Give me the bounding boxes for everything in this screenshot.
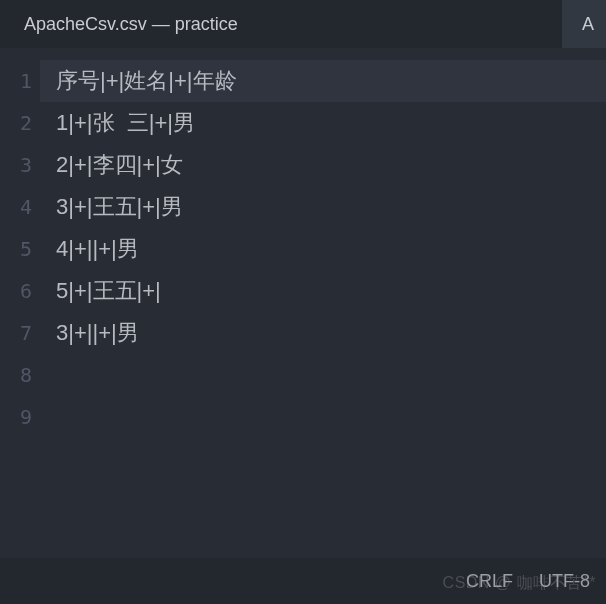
status-encoding[interactable]: UTF-8 — [539, 571, 590, 592]
code-line[interactable]: 3|+||+|男 — [40, 312, 606, 354]
tab-inactive[interactable]: A — [562, 0, 606, 48]
code-line[interactable]: 2|+|李四|+|女 — [40, 144, 606, 186]
code-line[interactable]: 1|+|张 三|+|男 — [40, 102, 606, 144]
line-number: 5 — [0, 228, 40, 270]
line-number: 7 — [0, 312, 40, 354]
line-number: 9 — [0, 396, 40, 438]
code-line[interactable] — [40, 396, 606, 438]
code-line[interactable]: 5|+|王五|+| — [40, 270, 606, 312]
line-number: 4 — [0, 186, 40, 228]
status-bar: CRLF UTF-8 — [0, 558, 606, 604]
editor-area: 123456789 序号|+|姓名|+|年龄1|+|张 三|+|男2|+|李四|… — [0, 48, 606, 558]
line-number: 1 — [0, 60, 40, 102]
line-number: 2 — [0, 102, 40, 144]
line-number: 8 — [0, 354, 40, 396]
gutter: 123456789 — [0, 48, 40, 558]
tab-active[interactable]: ApacheCsv.csv — practice — [0, 0, 262, 48]
code-line[interactable] — [40, 354, 606, 396]
code-line[interactable]: 4|+||+|男 — [40, 228, 606, 270]
line-number: 3 — [0, 144, 40, 186]
status-line-ending[interactable]: CRLF — [466, 571, 513, 592]
code-line[interactable]: 3|+|王五|+|男 — [40, 186, 606, 228]
line-number: 6 — [0, 270, 40, 312]
code-line[interactable]: 序号|+|姓名|+|年龄 — [40, 60, 606, 102]
code-content[interactable]: 序号|+|姓名|+|年龄1|+|张 三|+|男2|+|李四|+|女3|+|王五|… — [40, 48, 606, 558]
tab-bar: ApacheCsv.csv — practice A — [0, 0, 606, 48]
